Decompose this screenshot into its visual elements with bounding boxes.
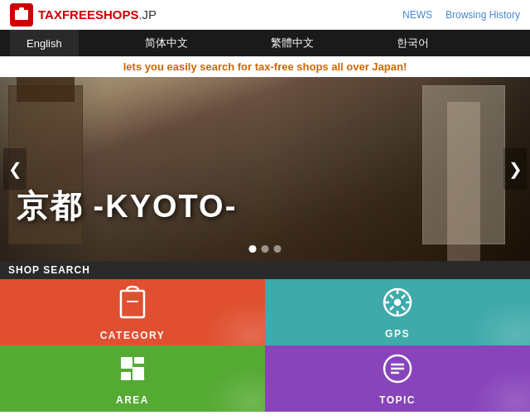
gps-tile[interactable]: GPS — [265, 279, 530, 345]
gps-label: GPS — [385, 328, 410, 340]
category-tile[interactable]: CATEGORY — [0, 279, 265, 345]
lang-zh-cn[interactable]: 简体中文 — [128, 30, 205, 56]
language-nav: English 简体中文 繁體中文 한국어 — [0, 30, 530, 56]
svg-rect-0 — [15, 10, 28, 20]
logo-area: TAXFREESHOPS.JP — [10, 3, 157, 27]
svg-line-11 — [402, 307, 405, 310]
hero-dot-3[interactable] — [274, 245, 282, 253]
lang-zh-tw[interactable]: 繁體中文 — [254, 30, 330, 56]
topic-tile[interactable]: TOPIC — [265, 345, 530, 412]
hero-next-arrow[interactable]: ❯ — [504, 148, 527, 190]
hero-slider: 京都 -KYOTO- ❮ ❯ — [0, 77, 530, 261]
hero-dot-2[interactable] — [262, 245, 269, 253]
tagline: lets you easily search for tax-free shop… — [0, 56, 530, 77]
svg-line-12 — [402, 295, 405, 298]
svg-point-5 — [395, 300, 400, 305]
hero-prev-arrow[interactable]: ❮ — [3, 148, 26, 190]
header-nav: NEWS Browsing History — [402, 9, 520, 21]
nav-history-link[interactable]: Browsing History — [446, 9, 520, 21]
category-icon — [116, 284, 149, 325]
topic-icon — [381, 352, 414, 389]
area-tile[interactable]: AREA — [0, 345, 265, 412]
logo-brand: TAXFREESHOPS — [38, 7, 138, 22]
lang-korean[interactable]: 한국어 — [380, 30, 446, 56]
lang-english[interactable]: English — [10, 30, 79, 56]
category-label: CATEGORY — [100, 330, 166, 341]
svg-rect-3 — [127, 301, 138, 302]
topic-label: TOPIC — [379, 394, 416, 406]
svg-rect-1 — [19, 7, 24, 11]
hero-image — [0, 77, 530, 261]
area-label: AREA — [116, 394, 149, 406]
svg-line-13 — [390, 307, 393, 310]
shop-search-label: SHOP SEARCH — [0, 261, 530, 279]
gps-icon — [381, 286, 414, 323]
logo-text: TAXFREESHOPS.JP — [38, 7, 157, 22]
svg-rect-14 — [121, 357, 132, 369]
area-icon — [116, 352, 149, 389]
header: TAXFREESHOPS.JP NEWS Browsing History — [0, 0, 530, 30]
svg-rect-2 — [121, 291, 144, 317]
svg-rect-16 — [121, 372, 131, 380]
nav-news-link[interactable]: NEWS — [402, 9, 432, 21]
hero-text: 京都 -KYOTO- — [17, 186, 237, 228]
svg-line-10 — [390, 295, 393, 298]
hero-dot-1[interactable] — [249, 245, 257, 253]
search-grid: CATEGORY GPS — [0, 279, 530, 412]
hero-dots — [249, 245, 282, 253]
svg-rect-15 — [134, 357, 144, 364]
logo-icon — [10, 3, 33, 27]
logo-jp: .JP — [138, 7, 157, 22]
